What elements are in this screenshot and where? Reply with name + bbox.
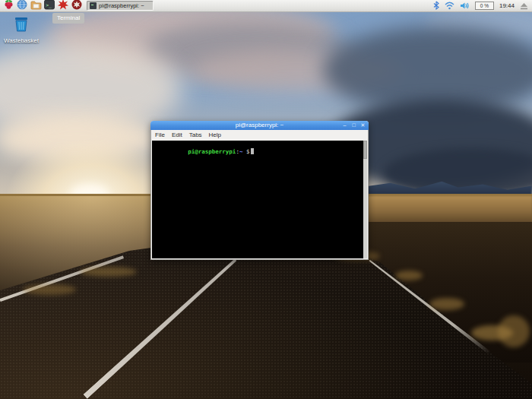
minimize-button[interactable]: – [342, 121, 347, 130]
menu-help[interactable]: Help [209, 131, 221, 138]
file-manager-launcher[interactable] [30, 0, 42, 11]
wastebasket-label: Wastebasket [2, 37, 41, 44]
window-title: pi@raspberrypi: ~ [150, 121, 369, 130]
system-tray: 0 % 19:44 [433, 0, 532, 13]
raspberry-menu-button[interactable] [2, 0, 14, 11]
bluetooth-icon[interactable] [433, 0, 439, 13]
scrollbar-thumb[interactable] [363, 141, 367, 159]
terminal-cursor [251, 148, 254, 154]
volume-icon[interactable] [460, 0, 470, 13]
terminal-console[interactable]: pi@raspberrypi:~ $ [152, 141, 367, 258]
grass-tuft [395, 271, 423, 280]
maximize-button[interactable]: □ [351, 121, 356, 130]
menu-file[interactable]: File [155, 131, 165, 138]
terminal-launcher[interactable]: >_ [43, 0, 55, 11]
prompt-user-host: pi@raspberrypi [188, 148, 236, 155]
svg-text:>_: >_ [46, 2, 52, 8]
launcher-tooltip: Terminal [52, 13, 84, 24]
window-controls: – □ ✕ [342, 121, 366, 130]
terminal-icon [90, 2, 97, 9]
desktop-screen: Wastebasket pi@raspberrypi: ~ – □ ✕ File… [0, 0, 532, 399]
wifi-icon[interactable] [445, 0, 454, 13]
grass-tuft [498, 315, 530, 347]
close-button[interactable]: ✕ [360, 121, 366, 130]
cpu-usage-monitor[interactable]: 0 % [475, 2, 494, 10]
starburst-icon [58, 0, 68, 13]
terminal-scrollbar[interactable] [363, 141, 367, 258]
menu-edit[interactable]: Edit [172, 131, 182, 138]
terminal-menubar: File Edit Tabs Help [151, 130, 368, 140]
globe-icon [17, 0, 27, 13]
wastebasket-desktop-icon[interactable]: Wastebasket [2, 15, 41, 44]
eject-icon[interactable] [520, 0, 528, 13]
wastebasket-icon [12, 23, 30, 36]
grass-tuft [429, 298, 464, 310]
wolfram-icon [71, 0, 82, 13]
mathematica-launcher[interactable] [57, 0, 69, 11]
wolfram-launcher[interactable] [71, 0, 83, 11]
browser-launcher[interactable] [16, 0, 28, 11]
grass-tuft [80, 267, 137, 277]
prompt-symbol: $ [242, 148, 249, 155]
grass-tuft [23, 284, 76, 295]
taskbar: >_ pi@raspberrypi: ~ [0, 0, 532, 12]
taskbar-window-button[interactable]: pi@raspberrypi: ~ [87, 1, 154, 11]
shell-prompt: pi@raspberrypi:~ $ [154, 141, 254, 162]
menu-tabs[interactable]: Tabs [189, 131, 202, 138]
terminal-icon: >_ [44, 0, 55, 13]
terminal-titlebar[interactable]: pi@raspberrypi: ~ – □ ✕ [150, 121, 369, 130]
task-button-label: pi@raspberrypi: ~ [99, 2, 144, 9]
terminal-window: pi@raspberrypi: ~ – □ ✕ File Edit Tabs H… [150, 121, 369, 260]
taskbar-clock[interactable]: 19:44 [499, 2, 515, 9]
terminal-body: File Edit Tabs Help pi@raspberrypi:~ $ [150, 130, 369, 260]
folder-icon [30, 0, 42, 13]
raspberry-icon [4, 0, 14, 13]
